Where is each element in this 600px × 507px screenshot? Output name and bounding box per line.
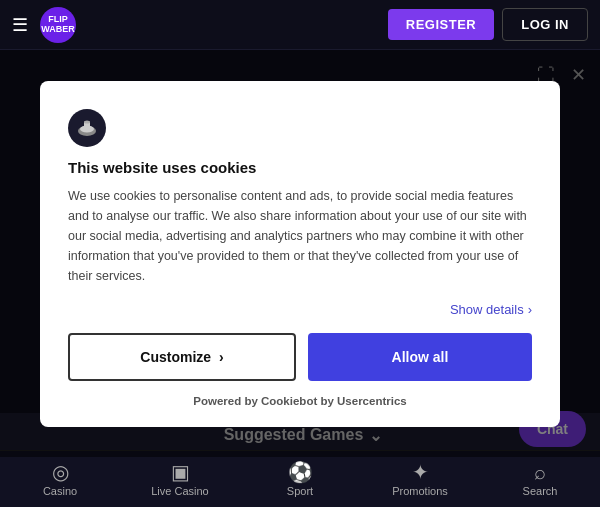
logo: FLIP WABER (40, 7, 76, 43)
promotions-label: Promotions (392, 485, 448, 497)
casino-label: Casino (43, 485, 77, 497)
nav-item-casino[interactable]: ◎ Casino (30, 462, 90, 497)
cookie-body-text: We use cookies to personalise content an… (68, 186, 532, 286)
nav-item-search[interactable]: ⌕ Search (510, 462, 570, 497)
cookie-footer: Powered by Cookiebot by Usercentrics (68, 395, 532, 407)
register-button[interactable]: REGISTER (388, 9, 494, 40)
search-icon: ⌕ (534, 462, 546, 482)
cookie-title: This website uses cookies (68, 159, 532, 176)
cookie-logo (68, 109, 532, 147)
logo-icon: FLIP WABER (40, 7, 76, 43)
allow-all-button[interactable]: Allow all (308, 333, 532, 381)
promotions-icon: ✦ (412, 462, 429, 482)
nav-item-promotions[interactable]: ✦ Promotions (390, 462, 450, 497)
nav-item-live-casino[interactable]: ▣ Live Casino (150, 462, 210, 497)
svg-point-3 (84, 120, 90, 123)
cookie-hat-icon (76, 117, 98, 139)
nav-right: REGISTER LOG IN (388, 8, 588, 41)
cookie-buttons: Customize › Allow all (68, 333, 532, 381)
cookie-overlay: This website uses cookies We use cookies… (0, 50, 600, 457)
cookie-modal: This website uses cookies We use cookies… (40, 81, 560, 427)
cookie-show-details: Show details › (68, 302, 532, 317)
main-content: ⛶ ✕ This website uses cookies We use coo… (0, 50, 600, 457)
nav-left: ☰ FLIP WABER (12, 7, 76, 43)
show-details-link[interactable]: Show details (450, 302, 524, 317)
live-casino-label: Live Casino (151, 485, 208, 497)
chevron-right-icon: › (528, 302, 532, 317)
casino-icon: ◎ (52, 462, 69, 482)
sport-icon: ⚽ (288, 462, 313, 482)
bottom-navigation: ◎ Casino ▣ Live Casino ⚽ Sport ✦ Promoti… (0, 450, 600, 507)
top-navigation: ☰ FLIP WABER REGISTER LOG IN (0, 0, 600, 50)
sport-label: Sport (287, 485, 313, 497)
customize-button[interactable]: Customize › (68, 333, 296, 381)
live-casino-icon: ▣ (171, 462, 190, 482)
login-button[interactable]: LOG IN (502, 8, 588, 41)
nav-item-sport[interactable]: ⚽ Sport (270, 462, 330, 497)
cookie-logo-icon (68, 109, 106, 147)
hamburger-menu[interactable]: ☰ (12, 14, 28, 36)
search-label: Search (523, 485, 558, 497)
